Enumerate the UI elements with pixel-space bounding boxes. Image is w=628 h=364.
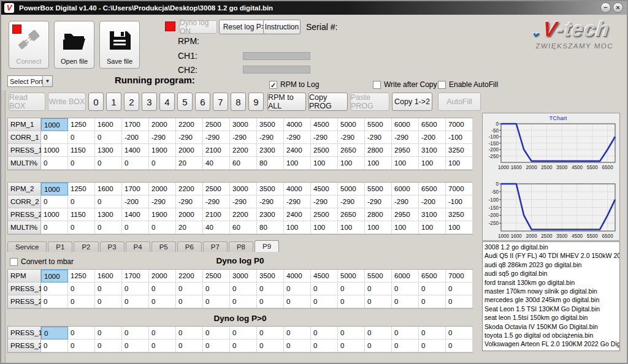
- table-cell[interactable]: 1300: [95, 208, 122, 221]
- chevron-down-icon[interactable]: ▼: [42, 76, 52, 86]
- table-cell[interactable]: 1000: [41, 208, 68, 221]
- table-cell[interactable]: 40: [203, 157, 230, 170]
- table-cell[interactable]: 0: [230, 339, 257, 352]
- table-cell[interactable]: 2000: [176, 208, 203, 221]
- table-cell[interactable]: 0: [446, 339, 473, 352]
- table-cell[interactable]: 5500: [365, 118, 392, 131]
- table-cell[interactable]: 3000: [230, 270, 257, 282]
- table-cell[interactable]: 2650: [338, 144, 365, 157]
- table-cell[interactable]: 1400: [122, 144, 149, 157]
- table-cell[interactable]: 1000: [41, 270, 68, 282]
- table-cell[interactable]: -290: [365, 131, 392, 144]
- table-cell[interactable]: 2000: [149, 270, 176, 282]
- table-cell[interactable]: 0: [257, 339, 284, 352]
- table-cell[interactable]: -100: [446, 131, 473, 144]
- instruction-button[interactable]: Instruction: [263, 20, 301, 34]
- table-cell[interactable]: 2000: [176, 144, 203, 157]
- table-cell[interactable]: 100: [365, 221, 392, 234]
- table-cell[interactable]: 6000: [392, 183, 419, 195]
- table-cell[interactable]: 2200: [176, 183, 203, 195]
- table-cell[interactable]: -290: [203, 195, 230, 208]
- table-cell[interactable]: -290: [149, 195, 176, 208]
- digit-button-7[interactable]: 7: [213, 93, 228, 111]
- table-cell[interactable]: -200: [419, 131, 446, 144]
- table-cell[interactable]: 0: [41, 131, 68, 144]
- minimize-button[interactable]: −: [600, 2, 611, 13]
- digit-button-0[interactable]: 0: [88, 93, 104, 111]
- table-cell[interactable]: 1250: [68, 183, 95, 195]
- table-cell[interactable]: -200: [122, 131, 149, 144]
- list-item[interactable]: mercedes gle 300d 245km go digital.bin: [484, 295, 619, 304]
- table-cell[interactable]: 1250: [68, 118, 95, 131]
- table-cell[interactable]: 100: [365, 157, 392, 170]
- table-cell[interactable]: 0: [149, 339, 176, 352]
- table-cell[interactable]: 0: [284, 327, 311, 339]
- table-cell[interactable]: 1600: [95, 270, 122, 282]
- table-cell[interactable]: 0: [122, 282, 149, 295]
- write-box-button[interactable]: Write BOX: [48, 93, 86, 111]
- table-cell[interactable]: 2800: [365, 144, 392, 157]
- tab-p6[interactable]: P6: [177, 241, 202, 252]
- table-cell[interactable]: 0: [176, 327, 203, 339]
- table-cell[interactable]: 3500: [257, 183, 284, 195]
- table-cell[interactable]: 0: [41, 295, 68, 308]
- table-cell[interactable]: 0: [41, 195, 68, 208]
- table-cell[interactable]: -290: [284, 131, 311, 144]
- table-cell[interactable]: 0: [203, 295, 230, 308]
- table-cell[interactable]: 2100: [203, 208, 230, 221]
- list-item[interactable]: audi sq5 go digital.bin: [484, 269, 619, 278]
- table-cell[interactable]: 0: [176, 282, 203, 295]
- table-cell[interactable]: 7000: [446, 183, 473, 195]
- table-cell[interactable]: -290: [338, 131, 365, 144]
- digit-button-2[interactable]: 2: [124, 93, 139, 111]
- tab-p4[interactable]: P4: [126, 241, 150, 252]
- table-cell[interactable]: 20: [176, 157, 203, 170]
- table-cell[interactable]: 2500: [311, 144, 338, 157]
- table-cell[interactable]: 0: [392, 282, 419, 295]
- table-cell[interactable]: 4500: [311, 270, 338, 282]
- table-cell[interactable]: 0: [176, 295, 203, 308]
- table-cell[interactable]: 4500: [311, 183, 338, 195]
- table-cell[interactable]: 0: [41, 327, 68, 339]
- table-cell[interactable]: 0: [149, 157, 176, 170]
- list-item[interactable]: Volkswagen Arteon FL 2.0 190KM 2022 Go D…: [484, 339, 619, 348]
- table-cell[interactable]: 1150: [68, 144, 95, 157]
- table-cell[interactable]: 2200: [230, 208, 257, 221]
- table-cell[interactable]: 0: [149, 295, 176, 308]
- table-cell[interactable]: 2800: [365, 208, 392, 221]
- table-cell[interactable]: 2950: [392, 144, 419, 157]
- table-cell[interactable]: 0: [149, 221, 176, 234]
- tab-p3[interactable]: P3: [100, 241, 124, 252]
- table-cell[interactable]: 0: [41, 221, 68, 234]
- table-cell[interactable]: 0: [365, 282, 392, 295]
- table-cell[interactable]: 80: [257, 221, 284, 234]
- table-cell[interactable]: 3500: [257, 118, 284, 131]
- table-cell[interactable]: 100: [338, 221, 365, 234]
- table-cell[interactable]: 6500: [419, 118, 446, 131]
- connect-button[interactable]: Connect: [9, 21, 49, 69]
- table-cell[interactable]: 0: [122, 295, 149, 308]
- list-item[interactable]: Audi Q5 II (FY FL) 40 TDI MHEV 2.0 150kW…: [484, 251, 619, 260]
- table-cell[interactable]: -200: [419, 195, 446, 208]
- table-cell[interactable]: 0: [95, 339, 122, 352]
- table-cell[interactable]: 0: [95, 195, 122, 208]
- table-cell[interactable]: 0: [68, 339, 95, 352]
- table-cell[interactable]: 0: [257, 282, 284, 295]
- table-cell[interactable]: 2200: [176, 270, 203, 282]
- digit-button-5[interactable]: 5: [177, 93, 193, 111]
- table-cell[interactable]: 0: [95, 157, 122, 170]
- table-cell[interactable]: 60: [230, 221, 257, 234]
- table-cell[interactable]: 0: [311, 339, 338, 352]
- table-cell[interactable]: 0: [419, 282, 446, 295]
- table-cell[interactable]: 0: [41, 282, 68, 295]
- rpm-to-all-button[interactable]: RPM to ALL: [267, 93, 306, 111]
- table-cell[interactable]: 7000: [446, 118, 473, 131]
- select-port-dropdown[interactable]: Select Port ▼: [7, 75, 53, 87]
- table-cell[interactable]: 0: [419, 339, 446, 352]
- table-cell[interactable]: 0: [365, 295, 392, 308]
- table-cell[interactable]: -290: [284, 195, 311, 208]
- table-cell[interactable]: 6000: [392, 118, 419, 131]
- table-cell[interactable]: 0: [203, 327, 230, 339]
- read-box-button[interactable]: Read BOX: [9, 93, 45, 111]
- table-cell[interactable]: 100: [419, 157, 446, 170]
